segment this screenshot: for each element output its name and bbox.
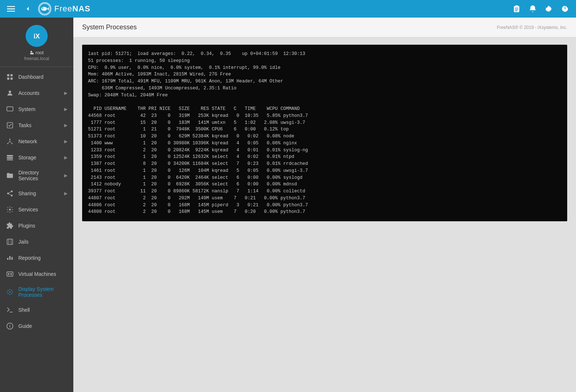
chevron-right-icon: ▶ bbox=[64, 173, 67, 178]
topbar-left: FreeNAS bbox=[4, 2, 91, 15]
sidebar-item-label: Shell bbox=[18, 307, 67, 313]
sidebar-item-label: System bbox=[18, 106, 60, 112]
svg-point-17 bbox=[9, 139, 10, 140]
svg-rect-9 bbox=[30, 53, 33, 55]
chevron-right-icon: ▶ bbox=[64, 123, 67, 128]
sidebar-nav: Dashboard Accounts ▶ System ▶ bbox=[0, 67, 73, 392]
sidebar-item-label: Display System Processes bbox=[18, 286, 67, 298]
svg-rect-0 bbox=[7, 6, 15, 7]
sidebar-item-label: Storage bbox=[18, 155, 60, 160]
avatar: iX bbox=[26, 25, 48, 47]
sidebar-item-label: Directory Services bbox=[18, 170, 60, 181]
page-title: System Processes bbox=[82, 23, 137, 31]
sidebar-item-label: Plugins bbox=[18, 223, 67, 229]
directory-icon bbox=[6, 171, 14, 180]
content-header: System Processes FreeNAS® © 2019 - iXsys… bbox=[73, 18, 576, 37]
svg-rect-11 bbox=[11, 74, 13, 77]
svg-point-19 bbox=[11, 143, 12, 144]
sidebar-profile: iX root freenas.local bbox=[0, 18, 73, 67]
svg-rect-27 bbox=[7, 239, 13, 245]
sidebar-item-sharing[interactable]: Sharing ▶ bbox=[0, 185, 73, 201]
svg-text:i: i bbox=[9, 324, 10, 328]
svg-rect-15 bbox=[7, 107, 13, 111]
profile-username: root bbox=[30, 50, 44, 55]
jails-icon bbox=[6, 238, 14, 246]
svg-point-18 bbox=[7, 143, 8, 144]
svg-rect-13 bbox=[11, 78, 13, 80]
logo: FreeNAS bbox=[38, 2, 91, 15]
chevron-right-icon: ▶ bbox=[64, 139, 67, 144]
sidebar-item-network[interactable]: Network ▶ bbox=[0, 133, 73, 149]
sidebar-item-reporting[interactable]: Reporting bbox=[0, 250, 73, 266]
sidebar-item-tasks[interactable]: Tasks ▶ bbox=[0, 117, 73, 133]
system-icon bbox=[6, 105, 14, 113]
svg-rect-1 bbox=[7, 8, 15, 9]
vm-icon bbox=[6, 270, 14, 278]
terminal-output: last pid: 51271; load averages: 0.22, 0.… bbox=[82, 45, 567, 221]
sidebar-item-label: Virtual Machines bbox=[18, 271, 67, 277]
svg-point-6 bbox=[42, 8, 43, 9]
sidebar-item-label: Reporting bbox=[18, 255, 67, 261]
logo-text: FreeNAS bbox=[54, 4, 91, 14]
svg-rect-12 bbox=[7, 78, 10, 80]
sidebar-item-directory-services[interactable]: Directory Services ▶ bbox=[0, 166, 73, 185]
sidebar-item-label: Services bbox=[18, 207, 67, 212]
settings-button[interactable] bbox=[542, 2, 555, 15]
chevron-right-icon: ▶ bbox=[64, 155, 67, 160]
power-button[interactable] bbox=[558, 2, 572, 15]
svg-rect-30 bbox=[7, 272, 13, 276]
main-layout: iX root freenas.local Dashboard Ac bbox=[0, 18, 576, 392]
svg-rect-20 bbox=[7, 155, 13, 156]
svg-rect-21 bbox=[7, 157, 13, 159]
sidebar-item-label: Dashboard bbox=[18, 74, 67, 80]
svg-point-23 bbox=[11, 191, 13, 192]
sidebar-item-system[interactable]: System ▶ bbox=[0, 101, 73, 117]
sidebar-item-jails[interactable]: Jails bbox=[0, 234, 73, 250]
topbar: FreeNAS bbox=[0, 0, 576, 18]
sidebar-item-plugins[interactable]: Plugins bbox=[0, 218, 73, 234]
sidebar-item-label: Sharing bbox=[18, 191, 60, 196]
services-icon bbox=[6, 206, 14, 214]
terminal-container: last pid: 51271; load averages: 0.22, 0.… bbox=[73, 37, 576, 392]
sidebar-item-services[interactable]: Services bbox=[0, 201, 73, 218]
sidebar-item-dashboard[interactable]: Dashboard bbox=[0, 69, 73, 85]
back-button[interactable] bbox=[21, 2, 34, 15]
sidebar-item-storage[interactable]: Storage ▶ bbox=[0, 149, 73, 166]
sidebar-item-virtual-machines[interactable]: Virtual Machines bbox=[0, 266, 73, 282]
svg-point-24 bbox=[7, 193, 9, 195]
hamburger-button[interactable] bbox=[4, 2, 18, 15]
reporting-icon bbox=[6, 254, 14, 262]
chevron-right-icon: ▶ bbox=[64, 191, 67, 196]
logo-icon bbox=[38, 2, 51, 15]
sidebar-item-display-system-processes[interactable]: Display System Processes bbox=[0, 282, 73, 302]
svg-point-14 bbox=[9, 90, 11, 93]
dashboard-icon bbox=[6, 73, 14, 81]
chevron-right-icon: ▶ bbox=[64, 107, 67, 112]
svg-rect-22 bbox=[7, 159, 13, 160]
shell-icon bbox=[6, 306, 14, 314]
svg-point-26 bbox=[9, 209, 11, 211]
sidebar-item-accounts[interactable]: Accounts ▶ bbox=[0, 85, 73, 101]
network-icon bbox=[6, 137, 14, 145]
profile-hostname: freenas.local bbox=[24, 56, 49, 61]
svg-point-4 bbox=[41, 7, 47, 11]
svg-point-25 bbox=[11, 195, 13, 196]
content-area: System Processes FreeNAS® © 2019 - iXsys… bbox=[73, 18, 576, 392]
sidebar-item-label: Accounts bbox=[18, 90, 60, 96]
guide-icon: i bbox=[6, 322, 14, 330]
svg-text:iX: iX bbox=[33, 33, 40, 40]
sidebar-item-label: Tasks bbox=[18, 122, 60, 128]
storage-icon bbox=[6, 154, 14, 162]
sharing-icon bbox=[6, 189, 14, 197]
sidebar-item-label: Guide bbox=[18, 323, 67, 329]
svg-rect-10 bbox=[7, 74, 10, 77]
svg-rect-2 bbox=[7, 11, 15, 12]
sidebar-item-guide[interactable]: i Guide bbox=[0, 318, 73, 334]
clipboard-button[interactable] bbox=[510, 2, 523, 15]
copyright-text: FreeNAS® © 2019 - iXsystems, Inc. bbox=[497, 25, 567, 30]
sidebar-item-shell[interactable]: Shell bbox=[0, 302, 73, 318]
notifications-button[interactable] bbox=[526, 2, 539, 15]
plugins-icon bbox=[6, 222, 14, 230]
tasks-icon bbox=[6, 121, 14, 129]
processes-icon bbox=[6, 288, 14, 296]
